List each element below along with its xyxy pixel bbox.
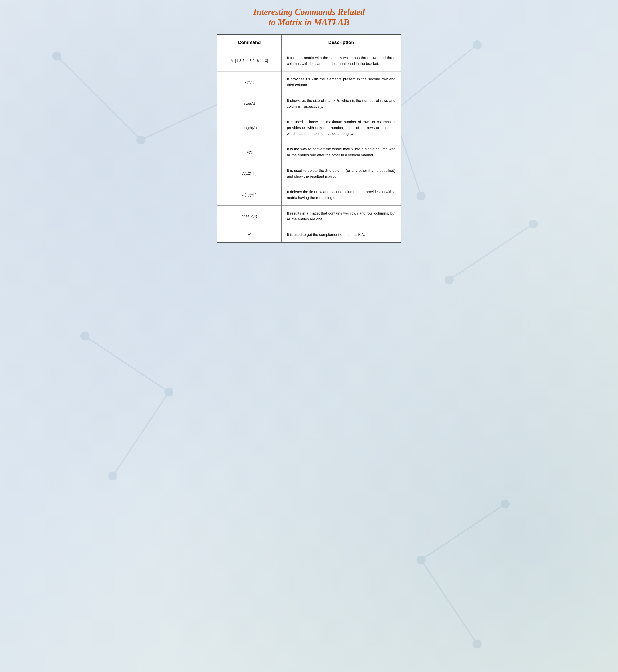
command-cell: A=[1 3 6; 4 8 2; 6 11 3] bbox=[217, 50, 282, 72]
svg-line-5 bbox=[449, 224, 533, 280]
page-title: Interesting Commands Related to Matrix i… bbox=[253, 7, 365, 28]
table-row: size(A)It shows us the size of matrix A,… bbox=[217, 93, 401, 114]
table-row: A′It is used to get the complement of th… bbox=[217, 227, 401, 242]
description-column-header: Description bbox=[281, 35, 401, 50]
table-header-row: Command Description bbox=[217, 35, 401, 50]
svg-line-3 bbox=[393, 45, 477, 112]
svg-point-23 bbox=[417, 556, 425, 564]
svg-point-24 bbox=[473, 640, 482, 648]
table-row: A(:)It is the way to convert the whole m… bbox=[217, 141, 401, 163]
command-cell: A(1,:)=[ ] bbox=[217, 184, 282, 206]
svg-line-9 bbox=[421, 560, 477, 644]
svg-point-10 bbox=[53, 51, 61, 60]
command-column-header: Command bbox=[217, 35, 282, 50]
svg-point-18 bbox=[444, 275, 453, 284]
table-row: length(A)It is used to know the maximum … bbox=[217, 114, 401, 141]
svg-line-0 bbox=[57, 56, 141, 140]
command-cell: A(:) bbox=[217, 141, 282, 163]
table-row: ones(2,4)It results in a matrix that con… bbox=[217, 206, 401, 227]
svg-line-6 bbox=[85, 336, 169, 392]
svg-line-8 bbox=[421, 504, 505, 560]
svg-line-7 bbox=[113, 392, 169, 476]
description-cell: It deletes the first row and second colu… bbox=[281, 184, 401, 206]
command-cell: A(:,2)=[ ] bbox=[217, 163, 282, 184]
svg-point-22 bbox=[501, 500, 510, 509]
command-cell: length(A) bbox=[217, 114, 282, 141]
description-cell: It is used to know the maximum number of… bbox=[281, 114, 401, 141]
main-table-container: Command Description A=[1 3 6; 4 8 2; 6 1… bbox=[217, 34, 401, 243]
description-cell: It is the way to convert the whole matri… bbox=[281, 141, 401, 163]
command-cell: ones(2,4) bbox=[217, 206, 282, 227]
svg-line-1 bbox=[141, 101, 225, 140]
description-cell: It forms a matrix with the name A which … bbox=[281, 50, 401, 72]
commands-table: Command Description A=[1 3 6; 4 8 2; 6 1… bbox=[217, 35, 401, 242]
description-cell: It is used to get the complement of the … bbox=[281, 227, 401, 242]
svg-point-14 bbox=[473, 40, 482, 49]
svg-point-20 bbox=[164, 388, 173, 396]
description-cell: It provides us with the elements present… bbox=[281, 72, 401, 93]
command-cell: size(A) bbox=[217, 93, 282, 114]
description-cell: It results in a matrix that contains two… bbox=[281, 206, 401, 227]
svg-point-17 bbox=[529, 220, 538, 229]
command-cell: A′ bbox=[217, 227, 282, 242]
table-row: A(2,1)It provides us with the elements p… bbox=[217, 72, 401, 93]
table-row: A=[1 3 6; 4 8 2; 6 11 3]It forms a matri… bbox=[217, 50, 401, 72]
description-cell: It shows us the size of matrix A, which … bbox=[281, 93, 401, 114]
svg-point-19 bbox=[80, 331, 89, 341]
svg-point-11 bbox=[136, 136, 145, 144]
svg-point-21 bbox=[108, 472, 117, 481]
table-row: A(:,2)=[ ]It is used to delete the 2nd c… bbox=[217, 163, 401, 184]
description-cell: It is used to delete the 2nd column (or … bbox=[281, 163, 401, 184]
table-row: A(1,:)=[ ]It deletes the first row and s… bbox=[217, 184, 401, 206]
svg-point-16 bbox=[417, 191, 425, 200]
command-cell: A(2,1) bbox=[217, 72, 282, 93]
